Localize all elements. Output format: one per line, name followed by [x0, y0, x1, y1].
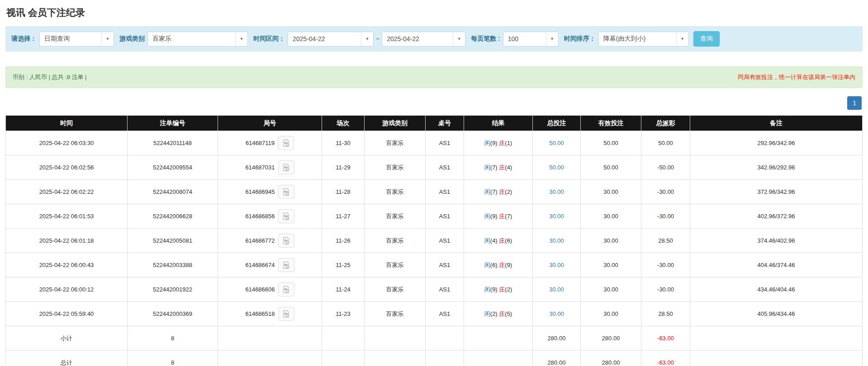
total-bet-link[interactable]: 30.00: [549, 188, 564, 195]
result-player-label: 闲: [484, 213, 490, 220]
video-replay-button[interactable]: [278, 160, 294, 174]
column-header: 结果: [464, 116, 533, 131]
cell-valid-bet: 30.00: [581, 229, 641, 253]
cell-bet-id: 522442006628: [128, 204, 218, 229]
cell-round-id: 614686606: [218, 277, 322, 302]
video-replay-button[interactable]: [278, 209, 294, 223]
chevron-down-icon: ▼: [101, 32, 114, 46]
round-id-text: 614686518: [245, 310, 275, 317]
per-page-value: 100: [503, 35, 523, 42]
result-player-score: (2): [490, 310, 499, 317]
cell-total-bet: 30.00: [533, 277, 581, 302]
total-row-label: 总计: [6, 351, 128, 366]
cell-time: 2025-04-22 06:00:43: [6, 253, 128, 277]
per-page-select[interactable]: 100 ▼: [503, 32, 559, 47]
result-player-label: 闲: [484, 140, 490, 146]
video-replay-button[interactable]: [278, 282, 294, 296]
round-id-text: 614686856: [245, 213, 275, 220]
cell-round-id: 614687031: [218, 155, 322, 180]
cell-time: 2025-04-22 06:02:22: [6, 180, 128, 204]
query-type-value: 日期查询: [40, 35, 74, 43]
table-row: 2025-04-22 06:02:22522442008074614686945…: [6, 180, 863, 204]
column-header: 桌号: [426, 116, 464, 131]
cell-total-bet: 50.00: [533, 155, 581, 180]
total-bet-link[interactable]: 30.00: [549, 286, 564, 293]
cell-game-type: 百家乐: [365, 131, 426, 155]
video-replay-button[interactable]: [278, 234, 294, 248]
game-type-select[interactable]: 百家乐 ▼: [147, 32, 248, 47]
filter-bar: 请选择： 日期查询 ▼ 游戏类别 百家乐 ▼ 时间区间： 2025-04-22 …: [6, 27, 862, 51]
cell-valid-bet: 50.00: [581, 131, 641, 155]
date-from-select[interactable]: 2025-04-22 ▼: [288, 32, 374, 47]
date-to-select[interactable]: 2025-04-22 ▼: [382, 32, 465, 47]
cell-table-no: AS1: [426, 302, 464, 326]
page-1-button[interactable]: 1: [847, 96, 862, 110]
notice-bar: 币别 : 人民币 | 总共 :8 注单 | 同局有效投注，统一计算在该局第一张注…: [5, 66, 863, 88]
cell-session: 11-26: [322, 229, 365, 253]
cell-round-id: 614687119: [218, 131, 322, 155]
cell-result: 闲(7) 庄(4): [464, 155, 533, 180]
game-type-value: 百家乐: [148, 35, 176, 43]
table-row: 2025-04-22 06:01:18522442005081614686772…: [6, 229, 863, 253]
cell-total-bet: 30.00: [533, 204, 581, 229]
cell-total-bet: 30.00: [533, 253, 581, 277]
video-replay-icon: [282, 286, 290, 294]
video-replay-button[interactable]: [278, 258, 294, 272]
cell-game-type: 百家乐: [365, 204, 426, 229]
chevron-down-icon: ▼: [546, 32, 558, 46]
cell-round-id: 614686518: [218, 302, 322, 326]
video-replay-button[interactable]: [278, 136, 294, 150]
cell-table-no: AS1: [426, 155, 464, 180]
table-row: 2025-04-22 06:02:56522442009554614687031…: [6, 155, 863, 180]
subtotal-row-empty-cell: [365, 326, 426, 351]
total-bet-link[interactable]: 50.00: [549, 140, 564, 146]
cell-round-id: 614686772: [218, 229, 322, 253]
video-replay-icon: [282, 139, 290, 147]
cell-table-no: AS1: [426, 131, 464, 155]
total-row-total-bet: 280.00: [533, 351, 581, 366]
table-header-row: 时间注单编号局号场次游戏类别桌号结果总投注有效投注总派彩备注: [6, 116, 863, 131]
search-button[interactable]: 查询: [693, 31, 720, 47]
cell-remark: 404.46/374.46: [690, 253, 863, 277]
per-page-label: 每页笔数 :: [471, 35, 500, 43]
result-banker-score: (9): [505, 262, 512, 268]
result-banker-score: (2): [505, 286, 512, 293]
column-header: 有效投注: [581, 116, 641, 131]
round-id-text: 614687119: [246, 140, 275, 146]
cell-valid-bet: 30.00: [581, 204, 641, 229]
table-row: 2025-04-22 05:59:40522442000369614686518…: [6, 302, 863, 326]
cell-time: 2025-04-22 06:00:12: [6, 277, 128, 302]
round-id-text: 614686674: [245, 262, 275, 268]
table-row: 2025-04-22 06:01:53522442006628614686856…: [6, 204, 863, 229]
result-player-label: 闲: [484, 237, 490, 244]
total-bet-link[interactable]: 30.00: [549, 310, 564, 317]
chevron-down-icon: ▼: [676, 32, 688, 46]
video-replay-button[interactable]: [278, 185, 294, 199]
result-player-score: (9): [490, 213, 499, 220]
cell-payout: 28.50: [641, 229, 690, 253]
filter-panel: 请选择： 日期查询 ▼ 游戏类别 百家乐 ▼ 时间区间： 2025-04-22 …: [5, 26, 863, 52]
cell-payout: 50.00: [641, 131, 690, 155]
total-bet-link[interactable]: 50.00: [549, 164, 564, 171]
table-row: 2025-04-22 06:00:12522442001922614686606…: [6, 277, 863, 302]
total-row-payout: -63.00: [641, 351, 690, 366]
time-sort-select[interactable]: 降幕(由大到小) ▼: [598, 32, 689, 47]
round-id-text: 614686772: [245, 237, 275, 244]
total-row-valid-bet: 280.00: [581, 351, 641, 366]
cell-table-no: AS1: [426, 253, 464, 277]
time-sort-label: 时间排序：: [564, 35, 596, 43]
same-round-notice-text: 同局有效投注，统一计算在该局第一张注单内: [738, 73, 855, 81]
subtotal-row-count: 8: [128, 326, 218, 351]
cell-bet-id: 522442003388: [128, 253, 218, 277]
currency-total-text: 币别 : 人民币 | 总共 :8 注单 |: [13, 73, 87, 81]
date-range-tilde: ~: [376, 35, 379, 42]
total-bet-link[interactable]: 30.00: [549, 262, 564, 268]
result-player-score: (4): [490, 237, 499, 244]
query-type-select[interactable]: 日期查询 ▼: [39, 32, 114, 47]
video-replay-button[interactable]: [278, 307, 294, 321]
total-bet-link[interactable]: 30.00: [549, 213, 564, 220]
cell-bet-id: 522442011148: [128, 131, 218, 155]
column-header: 游戏类别: [365, 116, 426, 131]
total-bet-link[interactable]: 30.00: [549, 237, 564, 244]
total-row-empty-cell: [464, 351, 533, 366]
